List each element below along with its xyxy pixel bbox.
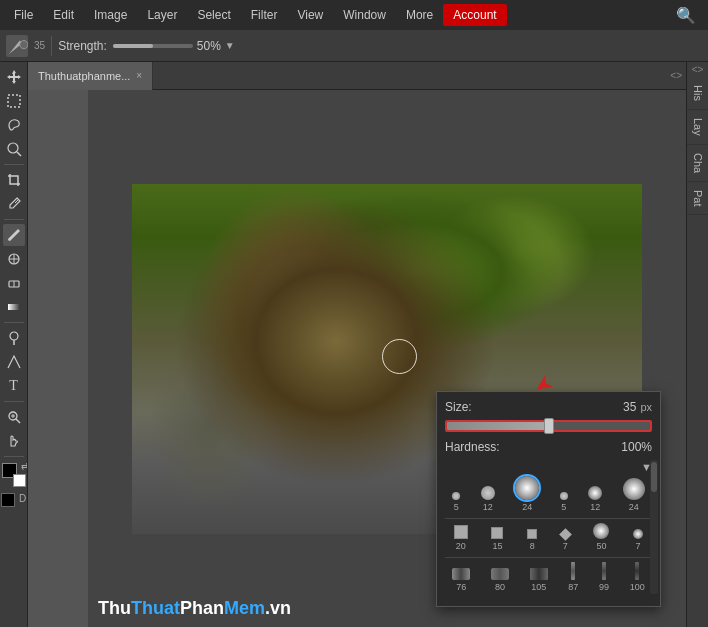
brush-preset-76[interactable]: 76 (452, 568, 470, 592)
quick-select-tool[interactable] (3, 138, 25, 160)
size-slider-thumb[interactable] (544, 418, 554, 434)
paths-tab[interactable]: Pat (687, 182, 708, 216)
watermark-thu: Thu (98, 598, 131, 619)
brush-circle (633, 529, 643, 539)
brush-preset-12b[interactable]: 12 (588, 486, 602, 512)
background-color[interactable] (13, 474, 26, 487)
image-canvas[interactable]: ThuThuatPhanMem.vn ➤ Size: 35 px (88, 90, 686, 627)
brush-preset-105[interactable]: 105 (530, 568, 548, 592)
menu-select[interactable]: Select (187, 4, 240, 26)
size-slider-container[interactable] (445, 420, 652, 432)
menu-window[interactable]: Window (333, 4, 396, 26)
text-tool[interactable]: T (3, 375, 25, 397)
menu-file[interactable]: File (4, 4, 43, 26)
dodge-tool[interactable] (3, 327, 25, 349)
pen-tool[interactable] (3, 351, 25, 373)
strength-value: 50% (197, 39, 221, 53)
channels-tab[interactable]: Cha (687, 145, 708, 182)
search-icon[interactable]: 🔍 (668, 6, 704, 25)
brush-circle (452, 492, 460, 500)
menu-filter[interactable]: Filter (241, 4, 288, 26)
brush-preset-15[interactable]: 15 (491, 527, 503, 551)
divider (51, 36, 52, 56)
tab-close-button[interactable]: × (136, 70, 142, 81)
brush-preset-100[interactable]: 100 (630, 562, 645, 592)
watermark-mem: Mem (224, 598, 265, 619)
brush-circle (588, 486, 602, 500)
brush-circle (481, 486, 495, 500)
strength-dropdown[interactable]: ▼ (225, 40, 235, 51)
panel-right-arrow[interactable]: <> (687, 62, 708, 77)
svg-point-11 (10, 332, 18, 340)
menu-edit[interactable]: Edit (43, 4, 84, 26)
brush-circle (515, 476, 539, 500)
brush-preset-5[interactable]: 5 (452, 492, 460, 512)
tab-bar: Thuthuatphanme... × <> (28, 62, 686, 90)
color-swatches[interactable]: ⇄ (2, 463, 26, 487)
brush-presets: ▼ 5 12 24 (445, 460, 652, 594)
options-bar: 35 Strength: 50% ▼ (0, 30, 708, 62)
svg-rect-10 (8, 304, 20, 310)
brush-preset-5b[interactable]: 5 (560, 492, 568, 512)
brush-tool[interactable] (3, 224, 25, 246)
brush-preset-12[interactable]: 12 (481, 486, 495, 512)
document-tab[interactable]: Thuthuatphanme... × (28, 62, 153, 90)
eyedropper-tool[interactable] (3, 193, 25, 215)
gradient-tool[interactable] (3, 296, 25, 318)
hardness-row: Hardness: 100% (445, 440, 652, 454)
brush-preset-7b[interactable]: 7 (633, 529, 643, 551)
brush-preset-80[interactable]: 80 (491, 568, 509, 592)
brush-preset-20[interactable]: 20 (454, 525, 468, 551)
zoom-tool[interactable] (3, 406, 25, 428)
brush-label: 8 (530, 541, 535, 551)
lasso-tool[interactable] (3, 114, 25, 136)
brush-preset-8[interactable]: 8 (527, 529, 537, 551)
brush-label: 100 (630, 582, 645, 592)
swap-colors-icon[interactable]: ⇄ (21, 461, 29, 471)
history-tab[interactable]: His (687, 77, 708, 110)
presets-scrollbar[interactable] (650, 460, 658, 594)
svg-point-2 (8, 143, 18, 153)
brush-preset-24-selected[interactable]: 24 (515, 476, 539, 512)
canvas-area[interactable]: Thuthuatphanme... × <> ThuThuatPhanMem.v… (28, 62, 686, 627)
strength-slider[interactable] (113, 44, 193, 48)
strength-control[interactable]: 50% ▼ (113, 39, 235, 53)
brush-label: 105 (531, 582, 546, 592)
brush-tool-icon[interactable] (6, 35, 28, 57)
eraser-tool[interactable] (3, 272, 25, 294)
menu-layer[interactable]: Layer (137, 4, 187, 26)
brush-preset-50[interactable]: 50 (593, 523, 609, 551)
move-tool[interactable] (3, 66, 25, 88)
mask-mode-btn[interactable]: D (19, 493, 26, 507)
brush-vertical (602, 562, 606, 580)
toolbar-divider-3 (4, 322, 24, 323)
presets-dropdown[interactable]: ▼ (445, 460, 652, 474)
layers-tab[interactable]: Lay (687, 110, 708, 145)
toolbar-divider-5 (4, 456, 24, 457)
menu-view[interactable]: View (287, 4, 333, 26)
size-slider-track[interactable] (445, 420, 652, 432)
brush-label: 80 (495, 582, 505, 592)
menu-account[interactable]: Account (443, 4, 506, 26)
presets-scrollbar-thumb[interactable] (651, 462, 657, 492)
normal-mode-btn[interactable] (1, 493, 15, 507)
crop-tool[interactable] (3, 169, 25, 191)
brush-diamond (559, 528, 572, 541)
panel-collapse-arrow[interactable]: <> (666, 70, 686, 81)
watermark-vn: vn (270, 598, 291, 619)
brush-preset-24b[interactable]: 24 (623, 478, 645, 512)
brush-preset-7[interactable]: 7 (561, 530, 570, 551)
brush-preset-87[interactable]: 87 (568, 562, 578, 592)
marquee-tool[interactable] (3, 90, 25, 112)
size-label: Size: (445, 400, 623, 414)
size-value: 35 (623, 400, 636, 414)
menu-more[interactable]: More (396, 4, 443, 26)
brush-row-3: 76 80 105 87 (445, 562, 652, 594)
toolbar-divider-4 (4, 401, 24, 402)
hand-tool[interactable] (3, 430, 25, 452)
brush-label: 15 (492, 541, 502, 551)
clone-tool[interactable] (3, 248, 25, 270)
brush-preset-99[interactable]: 99 (599, 562, 609, 592)
brush-size-indicator: 35 (34, 40, 45, 51)
menu-image[interactable]: Image (84, 4, 137, 26)
